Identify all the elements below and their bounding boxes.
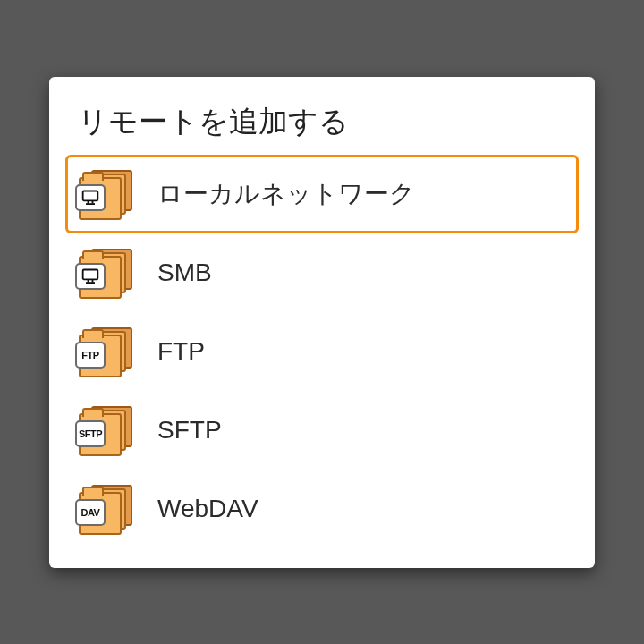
remote-option-list: ローカルネットワーク SMB	[65, 155, 579, 548]
folder-stack-monitor-icon	[79, 168, 132, 220]
option-label: ローカルネットワーク	[157, 177, 415, 211]
option-webdav[interactable]: DAV WebDAV	[65, 470, 579, 548]
folder-stack-dav-icon: DAV	[79, 483, 132, 535]
sftp-badge: SFTP	[75, 420, 106, 447]
option-label: WebDAV	[157, 495, 258, 523]
svg-rect-4	[83, 269, 98, 279]
folder-stack-ftp-icon: FTP	[79, 326, 132, 377]
option-label: FTP	[157, 337, 205, 366]
add-remote-dialog: リモートを追加する ローカルネットワーク	[49, 77, 595, 568]
svg-rect-0	[83, 191, 98, 200]
monitor-icon	[75, 263, 106, 290]
option-smb[interactable]: SMB	[65, 233, 579, 312]
option-sftp[interactable]: SFTP SFTP	[65, 391, 579, 470]
dialog-title: リモートを追加する	[65, 93, 579, 155]
option-ftp[interactable]: FTP FTP	[65, 312, 579, 391]
option-label: SFTP	[157, 416, 222, 445]
dav-badge: DAV	[75, 499, 106, 526]
monitor-icon	[75, 184, 106, 211]
folder-stack-monitor-icon	[79, 247, 132, 299]
folder-stack-sftp-icon: SFTP	[79, 404, 132, 456]
ftp-badge: FTP	[75, 342, 106, 369]
option-label: SMB	[157, 258, 212, 287]
option-local-network[interactable]: ローカルネットワーク	[65, 155, 579, 233]
